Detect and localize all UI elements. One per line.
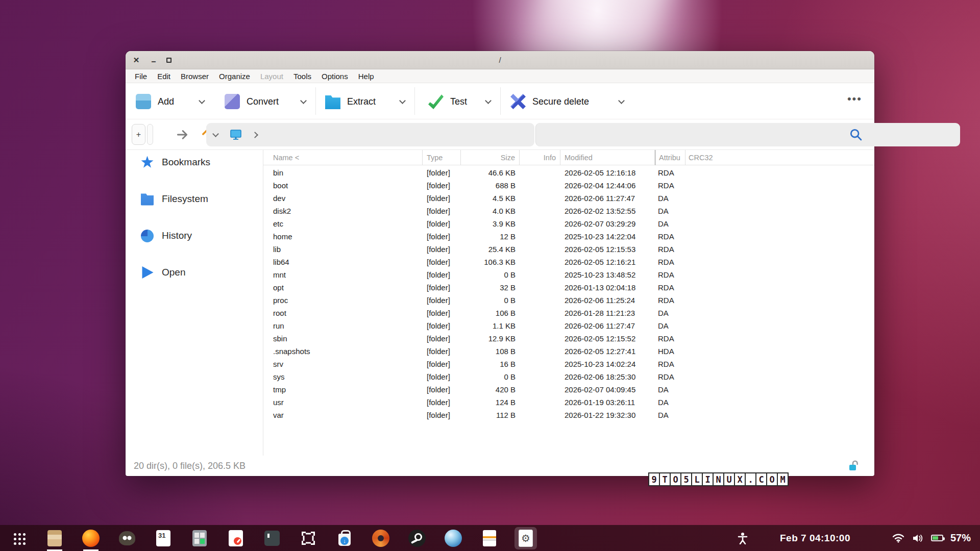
chevron-down-icon[interactable] (212, 131, 219, 137)
archive-manager-icon[interactable] (478, 527, 501, 549)
boxes-icon[interactable] (297, 527, 320, 549)
forward-arrow-icon[interactable] (176, 128, 189, 141)
toolbar-button[interactable]: Convert (225, 89, 309, 114)
battery-percent: 57% (950, 532, 971, 544)
cell-modified: 2026-02-06 11:27:47 (560, 319, 655, 332)
table-row[interactable]: etc [folder] 3.9 KB 2026-02-07 03:29:29 … (263, 217, 874, 230)
files-icon[interactable] (43, 527, 66, 549)
terminal-icon[interactable] (261, 527, 283, 549)
minimize-icon[interactable]: – (146, 53, 161, 68)
table-row[interactable]: proc [folder] 0 B 2026-02-06 11:25:24 RD… (263, 294, 874, 307)
table-row[interactable]: usr [folder] 124 B 2026-01-19 03:26:11 D… (263, 396, 874, 409)
cell-type: [folder] (423, 319, 461, 332)
close-icon[interactable]: ✕ (129, 53, 144, 68)
table-row[interactable]: bin [folder] 46.6 KB 2026-02-05 12:16:18… (263, 166, 874, 179)
sidebar-item[interactable]: History (126, 217, 263, 254)
chevron-down-icon[interactable] (618, 97, 625, 104)
table-row[interactable]: lib64 [folder] 106.3 KB 2026-02-05 12:16… (263, 256, 874, 268)
chevron-down-icon[interactable] (485, 97, 492, 104)
table-row[interactable]: mnt [folder] 0 B 2025-10-23 13:48:52 RDA (263, 268, 874, 281)
table-row[interactable]: tmp [folder] 420 B 2026-02-07 04:09:45 D… (263, 383, 874, 396)
menu-item[interactable]: Options (316, 72, 353, 81)
text-editor-icon[interactable] (225, 527, 247, 549)
menu-item[interactable]: Tools (288, 72, 316, 81)
toolbar-button[interactable]: Test (428, 89, 494, 114)
menu-item[interactable]: Edit (152, 72, 176, 81)
software-store-icon[interactable] (333, 527, 356, 549)
xnview-icon[interactable] (370, 527, 392, 549)
table-row[interactable]: dev [folder] 4.5 KB 2026-02-06 11:27:47 … (263, 192, 874, 205)
cell-modified: 2026-02-04 12:44:06 (560, 179, 655, 192)
column-header-attributes[interactable]: Attribu (655, 150, 685, 165)
peazip-icon[interactable]: ⚙ (514, 527, 537, 549)
steam-icon[interactable] (406, 527, 428, 549)
sidebar-item[interactable]: Open (126, 254, 263, 291)
cell-size: 106.3 KB (461, 256, 520, 268)
maximize-icon[interactable] (161, 53, 177, 68)
table-row[interactable]: srv [folder] 16 B 2025-10-23 14:02:24 RD… (263, 358, 874, 370)
computer-icon[interactable] (229, 129, 242, 141)
cell-size: 25.4 KB (461, 243, 520, 256)
menu-item[interactable]: Browser (176, 72, 214, 81)
path-field[interactable] (535, 123, 960, 146)
cell-name: usr (263, 396, 423, 409)
toolbar-button[interactable]: Add (136, 89, 207, 114)
gimp-icon[interactable] (116, 527, 138, 549)
search-icon[interactable] (849, 128, 863, 142)
firefox-icon[interactable] (80, 527, 102, 549)
table-row[interactable]: root [folder] 106 B 2026-01-28 11:21:23 … (263, 307, 874, 319)
table-row[interactable]: boot [folder] 688 B 2026-02-04 12:44:06 … (263, 179, 874, 192)
chevron-down-icon[interactable] (399, 97, 406, 104)
sidebar-item[interactable]: Bookmarks (126, 144, 263, 181)
column-header-name[interactable]: Name < (263, 150, 423, 165)
taskbar-apps: 31 ⚙ (0, 527, 537, 549)
sidebar-item[interactable]: Filesystem (126, 181, 263, 217)
table-row[interactable]: sbin [folder] 12.9 KB 2026-02-05 12:15:5… (263, 332, 874, 345)
column-header-crc32[interactable]: CRC32 (685, 150, 874, 165)
menu-item[interactable]: Layout (255, 72, 288, 81)
table-row[interactable]: run [folder] 1.1 KB 2026-02-06 11:27:47 … (263, 319, 874, 332)
unlock-icon[interactable] (848, 460, 860, 472)
table-row[interactable]: sys [folder] 0 B 2026-02-06 18:25:30 RDA (263, 370, 874, 383)
new-tab-button[interactable]: + (132, 124, 145, 145)
star-icon (141, 156, 154, 169)
accessibility-icon[interactable] (737, 532, 748, 544)
table-row[interactable]: disk2 [folder] 4.0 KB 2026-02-02 13:52:5… (263, 205, 874, 217)
breadcrumb-field[interactable] (206, 123, 534, 146)
titlebar[interactable]: ✕ – / (126, 51, 874, 69)
toolbar-button[interactable]: Extract (325, 89, 408, 114)
system-tray[interactable]: 57% (892, 532, 971, 544)
window-title: / (126, 56, 874, 64)
chevron-down-icon[interactable] (300, 97, 307, 104)
secure-icon (510, 94, 526, 109)
table-row[interactable]: var [folder] 112 B 2026-01-22 19:32:30 D… (263, 409, 874, 421)
app-grid-icon[interactable] (7, 527, 30, 549)
menu-item[interactable]: Organize (214, 72, 255, 81)
column-header-type[interactable]: Type (423, 150, 461, 165)
toolbar-button[interactable]: Secure delete (510, 89, 627, 114)
cell-name: dev (263, 192, 423, 205)
cell-name: home (263, 230, 423, 243)
cell-info (520, 205, 560, 217)
column-header-size[interactable]: Size (461, 150, 520, 165)
tab-handle[interactable] (147, 124, 153, 145)
cell-modified: 2025-10-23 14:22:04 (560, 230, 655, 243)
table-row[interactable]: opt [folder] 32 B 2026-01-13 02:04:18 RD… (263, 281, 874, 294)
taskbar-clock[interactable]: Feb 7 04:10:00 (780, 533, 850, 544)
menu-item[interactable]: File (130, 72, 152, 81)
calendar-icon[interactable]: 31 (152, 527, 175, 549)
table-row[interactable]: .snapshots [folder] 108 B 2026-02-05 12:… (263, 345, 874, 358)
cell-name: sys (263, 370, 423, 383)
cell-crc32 (685, 192, 874, 205)
wifi-icon (892, 533, 904, 543)
browser-icon[interactable] (442, 527, 464, 549)
column-header-modified[interactable]: Modified (560, 150, 655, 165)
calculator-icon[interactable] (188, 527, 211, 549)
cell-name: proc (263, 294, 423, 307)
menu-item[interactable]: Help (353, 72, 379, 81)
table-row[interactable]: lib [folder] 25.4 KB 2026-02-05 12:15:53… (263, 243, 874, 256)
table-row[interactable]: home [folder] 12 B 2025-10-23 14:22:04 R… (263, 230, 874, 243)
chevron-down-icon[interactable] (199, 97, 205, 104)
column-header-info[interactable]: Info (520, 150, 560, 165)
toolbar-more-icon[interactable]: ••• (847, 92, 862, 106)
